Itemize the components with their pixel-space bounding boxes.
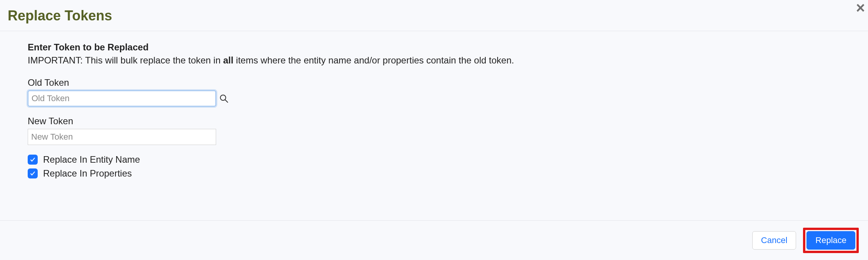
dialog-title: Replace Tokens bbox=[8, 8, 860, 24]
section-title: Enter Token to be Replaced bbox=[28, 42, 860, 53]
important-note: IMPORTANT: This will bulk replace the to… bbox=[28, 55, 860, 66]
new-token-group: New Token bbox=[28, 116, 860, 145]
replace-entity-label: Replace In Entity Name bbox=[43, 154, 140, 165]
replace-properties-label: Replace In Properties bbox=[43, 168, 132, 179]
search-icon[interactable] bbox=[218, 93, 229, 104]
replace-properties-row: Replace In Properties bbox=[28, 168, 860, 179]
dialog-footer: Cancel Replace bbox=[0, 220, 868, 260]
replace-entity-checkbox[interactable] bbox=[28, 155, 38, 165]
replace-properties-checkbox[interactable] bbox=[28, 168, 38, 178]
important-bold: all bbox=[223, 55, 233, 65]
dialog-body: Enter Token to be Replaced IMPORTANT: Th… bbox=[0, 31, 868, 190]
cancel-button[interactable]: Cancel bbox=[752, 231, 796, 250]
new-token-input[interactable] bbox=[28, 129, 216, 145]
svg-line-1 bbox=[225, 100, 228, 102]
close-icon[interactable]: × bbox=[856, 0, 865, 15]
important-suffix: items where the entity name and/or prope… bbox=[233, 55, 514, 65]
old-token-input[interactable] bbox=[28, 90, 216, 107]
old-token-row bbox=[28, 90, 860, 107]
replace-button[interactable]: Replace bbox=[806, 231, 855, 250]
new-token-row bbox=[28, 129, 860, 145]
replace-tokens-dialog: × Replace Tokens Enter Token to be Repla… bbox=[0, 0, 868, 260]
dialog-header: Replace Tokens bbox=[0, 0, 868, 31]
replace-entity-row: Replace In Entity Name bbox=[28, 154, 860, 165]
replace-button-highlight: Replace bbox=[803, 228, 859, 253]
old-token-label: Old Token bbox=[28, 77, 860, 88]
old-token-group: Old Token bbox=[28, 77, 860, 107]
important-prefix: IMPORTANT: This will bulk replace the to… bbox=[28, 55, 223, 65]
new-token-label: New Token bbox=[28, 116, 860, 127]
